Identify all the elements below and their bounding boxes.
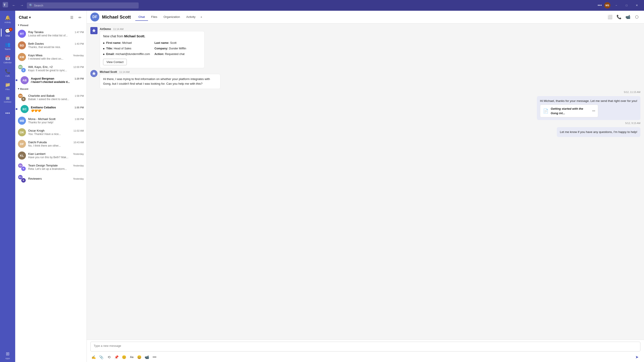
- list-item[interactable]: BD Beth Davies 1:43 PM Thanks, that woul…: [15, 39, 86, 51]
- message-group: Michael Scott 11:14 AM Hi there, I was t…: [90, 70, 220, 89]
- loop-button[interactable]: ⟲: [106, 354, 112, 361]
- audio-call-button[interactable]: 📞: [616, 13, 622, 20]
- sidebar-item-chat[interactable]: 1 💬 Chat: [1, 26, 14, 39]
- avatar: KL: [18, 151, 26, 160]
- pinned-chevron-icon: ▾: [18, 24, 19, 26]
- chat-list-title: Chat ▾: [19, 15, 67, 20]
- view-contact-button[interactable]: View Contact: [103, 59, 127, 65]
- tab-activity[interactable]: Activity: [183, 13, 198, 21]
- calls-icon: 📞: [5, 69, 10, 74]
- chat-dropdown-icon[interactable]: ▾: [29, 16, 31, 19]
- recent-section-header[interactable]: ▾ Recent: [15, 86, 86, 92]
- message-group: 5/12, 11:15 AM Hi Michael, thanks for yo…: [537, 91, 640, 120]
- sidebar-item-activity[interactable]: 🔔 Activity: [1, 12, 14, 26]
- tab-chat[interactable]: Chat: [135, 13, 148, 21]
- whiteboard-button[interactable]: ⬜: [606, 13, 614, 20]
- avatar: EC: [20, 105, 28, 113]
- sidebar-item-files[interactable]: 📁 Files: [1, 79, 14, 93]
- activity-icon: 🔔: [5, 15, 10, 20]
- list-item[interactable]: WK E Will, Kayo, Eric, +2 12:00 PM Kayo:…: [15, 63, 86, 74]
- svg-marker-3: [92, 72, 96, 75]
- sidebar-item-teams[interactable]: 👥 Teams: [1, 39, 14, 53]
- compose-input[interactable]: [90, 342, 640, 352]
- file-attachment[interactable]: 📄 Getting started with the Gong int... •…: [540, 105, 598, 117]
- message-group: 5/12, 9:15 AM Let me know if you have an…: [557, 122, 640, 137]
- video-call-button[interactable]: 📹: [624, 13, 632, 20]
- filter-button[interactable]: ☰: [69, 14, 75, 20]
- list-item[interactable]: MB Mona - Michael Scott 1:00 PM Thanks f…: [15, 115, 86, 126]
- maximize-button[interactable]: □: [622, 2, 631, 9]
- files-icon: 📁: [5, 82, 10, 87]
- list-item[interactable]: KM Kayo Miwa Yesterday I reviewed with t…: [15, 51, 86, 63]
- avatar: CB: [18, 93, 23, 98]
- list-item[interactable]: CB B Charlotte and Babak 1:58 PM Babak: …: [15, 92, 86, 103]
- svg-text:T: T: [4, 3, 6, 7]
- search-input[interactable]: [27, 2, 139, 8]
- tab-files[interactable]: Files: [148, 13, 160, 21]
- video-button[interactable]: 📹: [144, 354, 150, 361]
- field-company: Company: Dunder Mifflin: [154, 46, 202, 51]
- messages-area: AirDemo 11:14 AM New chat from Michael S…: [87, 23, 644, 340]
- avatar: DF: [18, 140, 26, 148]
- outgoing-message: Let me know if you have any questions, I…: [557, 127, 640, 137]
- tab-add-button[interactable]: +: [198, 13, 204, 21]
- sidebar-item-contoso[interactable]: 🏢 Contoso: [1, 93, 14, 106]
- message-group: AirDemo 11:14 AM New chat from Michael S…: [90, 27, 204, 68]
- avatar: RV: [18, 175, 23, 180]
- more-icon: •••: [5, 111, 10, 116]
- sidebar-item-apps[interactable]: ⊞ Apps: [1, 349, 14, 362]
- sidebar-item-more[interactable]: •••: [1, 106, 14, 120]
- list-item[interactable]: EC Emiliano Ceballos 1:55 PM 🧡🧡🧡: [15, 103, 86, 115]
- sidebar-item-calls[interactable]: 📞 Calls: [1, 66, 14, 79]
- send-button[interactable]: ➤: [633, 354, 640, 361]
- outgoing-message: Hi Michael, thanks for your message. Let…: [537, 96, 640, 120]
- field-email: Email: michael@dundermifflin.com: [103, 52, 150, 56]
- message-intro: New chat from Michael Scott.: [103, 34, 201, 39]
- list-item[interactable]: KL Kian Lambert Yesterday Have you run t…: [15, 150, 86, 161]
- nav-forward[interactable]: →: [19, 2, 25, 8]
- message-text: Hi there, I was trying to find informati…: [100, 74, 220, 89]
- avatar: KM: [18, 53, 26, 61]
- gif-button[interactable]: 😀: [136, 354, 143, 361]
- teams-logo: T: [3, 2, 8, 9]
- field-title: Title: Head of Sales: [103, 46, 150, 51]
- compose-area: ✍ 📎 ⟲ 📌 😊 Aa 😀 📹 ••• ➤: [87, 340, 644, 362]
- contact-name: Michael Scott: [102, 14, 131, 20]
- field-first-name: First name: Michael: [103, 41, 150, 45]
- avatar: OK: [18, 128, 26, 136]
- minimize-button[interactable]: −: [612, 2, 621, 9]
- emoji-button[interactable]: 😊: [121, 354, 128, 361]
- avatar: TD: [18, 163, 23, 168]
- close-button[interactable]: ✕: [632, 2, 641, 9]
- tab-organization[interactable]: Organization: [160, 13, 183, 21]
- more-tools-button[interactable]: •••: [151, 354, 158, 361]
- new-chat-button[interactable]: ✏: [77, 14, 83, 20]
- chat-badge: 1: [9, 28, 12, 31]
- pinned-section-header[interactable]: ▾ Pinned: [15, 22, 86, 28]
- avatar: WK: [18, 64, 23, 69]
- attach-button[interactable]: 📎: [98, 354, 105, 361]
- field-last-name: Last name: Scott: [154, 41, 202, 45]
- list-item[interactable]: DF Daichi Fukuda 10:43 AM No, I think th…: [15, 138, 86, 150]
- avatar: AB: [20, 76, 28, 84]
- text-button[interactable]: Aa: [128, 354, 135, 361]
- screen-share-button[interactable]: ⬡: [633, 13, 640, 20]
- attach2-button[interactable]: 📌: [113, 354, 120, 361]
- file-icon: 📄: [543, 108, 548, 114]
- list-item[interactable]: RV R Reviewers Yesterday: [15, 173, 86, 185]
- avatar: BD: [18, 41, 26, 49]
- file-more-button[interactable]: •••: [592, 109, 595, 113]
- list-item[interactable]: RT Ray Tanaka 1:47 PM Louisa will send t…: [15, 28, 86, 39]
- contoso-icon: 🏢: [6, 96, 10, 100]
- avatar: MB: [18, 117, 26, 125]
- list-item[interactable]: TD R Team Design Template Yesterday Reta…: [15, 161, 86, 173]
- sidebar-item-calendar[interactable]: 📅 Calendar: [1, 53, 14, 66]
- nav-back[interactable]: ←: [11, 2, 17, 8]
- list-item[interactable]: OK Oscar Krogh 11:02 AM You: Thanks! Hav…: [15, 126, 86, 138]
- more-options-button[interactable]: •••: [596, 2, 603, 8]
- list-item[interactable]: AB August Bergman 1:20 PM I haven't chec…: [15, 74, 86, 86]
- recent-chevron-icon: ▾: [18, 87, 19, 90]
- format-button[interactable]: ✍: [90, 354, 97, 361]
- user-avatar[interactable]: MS: [604, 2, 610, 8]
- svg-marker-2: [92, 29, 96, 32]
